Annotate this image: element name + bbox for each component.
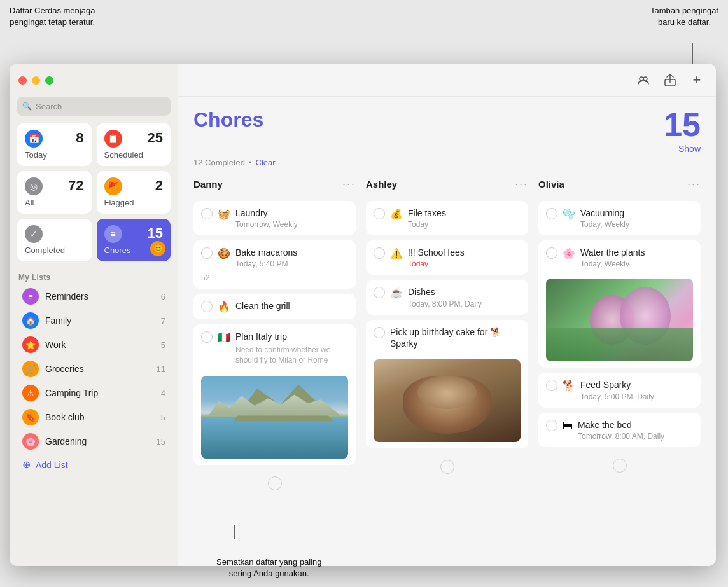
- titlebar: [10, 64, 178, 97]
- smart-list-scheduled[interactable]: 📋 25 Scheduled: [97, 123, 171, 166]
- share-button[interactable]: [661, 71, 679, 89]
- reminders-count: 6: [161, 292, 165, 301]
- task-checkbox-schoolfees[interactable]: [374, 247, 385, 259]
- list-subtitle: 12 Completed • Clear: [178, 158, 716, 175]
- maximize-button[interactable]: [45, 76, 53, 85]
- column-name-olivia: Olivia: [538, 179, 564, 190]
- camping-icon: ⚠: [22, 385, 39, 401]
- sidebar-item-work[interactable]: ⭐ Work 5: [13, 333, 174, 357]
- sidebar-item-gardening[interactable]: 🌸 Gardening 15: [13, 429, 174, 453]
- task-makebed[interactable]: 🛏 Make the bed Tomorrow, 8:00 AM, Daily: [538, 413, 701, 447]
- task-schoolfees[interactable]: ⚠️ !!! School fees Today: [366, 240, 528, 275]
- flower-image: [546, 279, 693, 361]
- task-dishes[interactable]: ☕ Dishes Today, 8:00 PM, Daily: [366, 280, 528, 314]
- grill-name: Clean the grill: [235, 300, 348, 312]
- search-bar[interactable]: 🔍 Search: [17, 97, 171, 116]
- share-icon: [664, 74, 676, 86]
- family-name: Family: [45, 315, 155, 326]
- filetaxes-sub: Today: [408, 220, 521, 229]
- groceries-name: Groceries: [45, 364, 150, 374]
- column-header-olivia: Olivia ···: [538, 175, 701, 196]
- column-olivia: Olivia ··· 🫧 Vacuuming Today, Weekly: [533, 175, 706, 556]
- search-placeholder: Search: [36, 102, 62, 111]
- annotation-top-left: Daftar Cerdas menjagapengingat tetap ter…: [10, 5, 95, 28]
- task-checkbox-vacuuming[interactable]: [546, 208, 557, 219]
- schoolfees-sub: Today: [408, 259, 521, 268]
- chores-avatar: 😊: [150, 241, 165, 256]
- danny-more-button[interactable]: ···: [342, 177, 356, 191]
- minimize-button[interactable]: [32, 76, 40, 85]
- column-header-danny: Danny ···: [193, 175, 356, 196]
- italy-emoji: 🇮🇹: [218, 331, 230, 343]
- column-header-ashley: Ashley ···: [366, 175, 528, 196]
- annotation-line-left: [116, 43, 116, 64]
- list-title: Chores: [193, 108, 263, 132]
- task-checkbox-filetaxes[interactable]: [374, 208, 385, 219]
- column-ashley: Ashley ··· 💰 File taxes Today ⚠️: [361, 175, 533, 556]
- task-checkbox-grill[interactable]: [201, 301, 213, 312]
- smart-lists: 📅 8 Today 📋 25 Scheduled ◎ 72 All: [10, 123, 178, 269]
- smart-list-flagged[interactable]: 🚩 2 Flagged: [97, 171, 171, 214]
- add-button[interactable]: +: [688, 71, 706, 89]
- work-icon: ⭐: [22, 336, 39, 353]
- task-macarons[interactable]: 🍪 Bake macarons Today, 5:40 PM 52: [193, 240, 356, 289]
- gardening-icon: 🌸: [22, 433, 39, 450]
- smart-list-completed[interactable]: ✓ Completed: [17, 219, 92, 261]
- task-checkbox-italy[interactable]: [201, 331, 213, 343]
- bookclub-count: 5: [161, 413, 165, 422]
- makebed-name: Make the bed: [578, 419, 693, 431]
- all-count: 72: [68, 177, 83, 194]
- add-list-button[interactable]: ⊕ Add List: [13, 453, 174, 476]
- sidebar-item-groceries[interactable]: 🛒 Groceries 11: [13, 357, 174, 381]
- sidebar-item-camping[interactable]: ⚠ Camping Trip 4: [13, 381, 174, 405]
- task-laundry[interactable]: 🧺 Laundry Tomorrow, Weekly: [193, 201, 356, 235]
- clear-link[interactable]: Clear: [256, 158, 276, 167]
- column-name-danny: Danny: [193, 179, 223, 190]
- task-checkbox-macarons[interactable]: [201, 247, 213, 259]
- olivia-more-button[interactable]: ···: [687, 177, 701, 191]
- task-cake[interactable]: Pick up birthday cake for 🐕 Sparky: [366, 320, 528, 448]
- close-button[interactable]: [18, 76, 27, 85]
- sidebar-item-bookclub[interactable]: 🔖 Book club 5: [13, 405, 174, 429]
- task-checkbox-makebed[interactable]: [546, 420, 557, 431]
- all-icon: ◎: [25, 177, 43, 195]
- laundry-name: Laundry: [235, 207, 348, 219]
- show-link[interactable]: Show: [664, 141, 701, 154]
- annotation-bottom: Sematkan daftar yang palingsering Anda g…: [216, 556, 322, 579]
- task-checkbox-feedsparky[interactable]: [546, 380, 557, 391]
- task-feedsparky[interactable]: 🐕 Feed Sparky Today, 5:00 PM, Daily: [538, 373, 701, 407]
- macarons-sub: Today, 5:40 PM: [235, 259, 297, 268]
- task-filetaxes[interactable]: 💰 File taxes Today: [366, 201, 528, 235]
- olivia-add-circle[interactable]: [613, 459, 627, 473]
- work-count: 5: [161, 340, 165, 350]
- task-plants[interactable]: 🌸 Water the plants Today, Weekly: [538, 240, 701, 368]
- chores-count: 15: [148, 225, 163, 242]
- task-checkbox-cake[interactable]: [374, 327, 385, 338]
- bookclub-icon: 🔖: [22, 409, 39, 425]
- ashley-more-button[interactable]: ···: [515, 177, 528, 191]
- sidebar-item-family[interactable]: 🏠 Family 7: [13, 308, 174, 333]
- task-italy[interactable]: 🇮🇹 Plan Italy trip Need to confirm wheth…: [193, 324, 356, 465]
- task-grill[interactable]: 🔥 Clean the grill: [193, 294, 356, 319]
- completed-label: Completed: [25, 245, 84, 255]
- smart-list-chores[interactable]: ≡ 15 Chores 😊: [97, 219, 171, 261]
- gardening-count: 15: [157, 437, 165, 446]
- reminders-icon: ≡: [22, 288, 39, 305]
- svg-point-0: [640, 77, 643, 81]
- smart-list-today[interactable]: 📅 8 Today: [17, 123, 92, 166]
- collab-button[interactable]: [634, 71, 652, 89]
- laundry-sub: Tomorrow, Weekly: [235, 220, 348, 229]
- danny-add-circle[interactable]: [268, 476, 282, 490]
- task-checkbox-dishes[interactable]: [374, 287, 385, 298]
- dishes-sub: Today, 8:00 PM, Daily: [408, 300, 521, 308]
- main-content: + Chores 15 Show 12 Completed • Clear Da…: [178, 64, 716, 566]
- ashley-add-circle[interactable]: [440, 460, 454, 474]
- smart-list-all[interactable]: ◎ 72 All: [17, 171, 92, 214]
- task-checkbox-laundry[interactable]: [201, 208, 213, 219]
- task-checkbox-plants[interactable]: [546, 247, 557, 259]
- laundry-emoji: 🧺: [218, 208, 230, 220]
- bookclub-name: Book club: [45, 412, 155, 422]
- add-list-label: Add List: [36, 460, 68, 470]
- sidebar-item-reminders[interactable]: ≡ Reminders 6: [13, 284, 174, 308]
- task-vacuuming[interactable]: 🫧 Vacuuming Today, Weekly: [538, 201, 701, 235]
